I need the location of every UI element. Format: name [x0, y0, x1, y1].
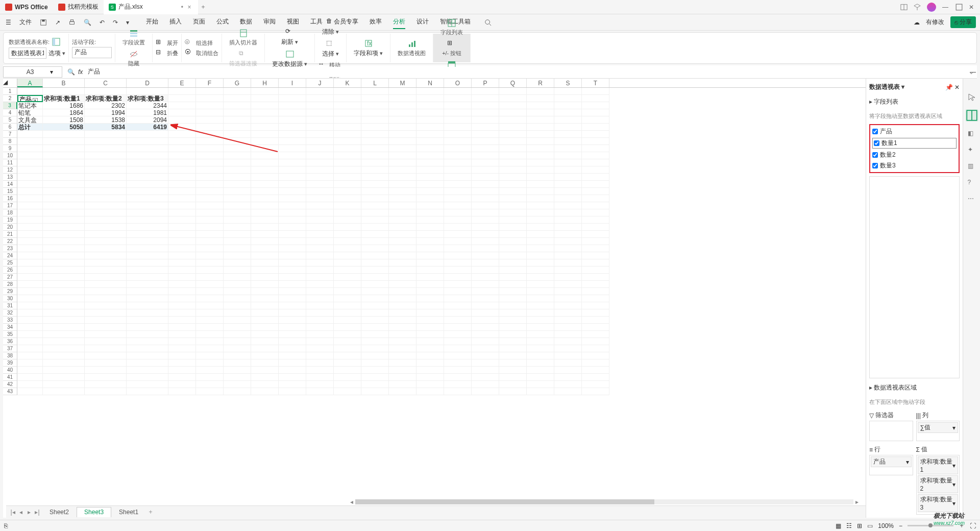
cell-R24[interactable] [527, 252, 554, 259]
cell-N33[interactable] [416, 317, 444, 324]
cell-A40[interactable] [17, 367, 43, 374]
cell-M41[interactable] [389, 374, 416, 381]
row-header-42[interactable]: 42 [3, 381, 17, 388]
cell-B1[interactable] [43, 88, 85, 95]
cell-B12[interactable] [43, 166, 85, 174]
cell-H34[interactable] [251, 324, 279, 331]
cell-S18[interactable] [554, 209, 582, 216]
cell-M31[interactable] [389, 302, 416, 309]
panel-collapse-icon[interactable]: — [970, 68, 976, 76]
cell-G9[interactable] [224, 145, 251, 152]
cell-P6[interactable] [472, 124, 499, 131]
preview-icon[interactable]: 🔍 [82, 19, 93, 26]
cell-I43[interactable] [279, 388, 306, 395]
cell-A38[interactable] [17, 352, 43, 359]
cell-N24[interactable] [416, 252, 444, 259]
cell-F24[interactable] [196, 252, 224, 259]
cell-C27[interactable] [85, 274, 127, 281]
cell-K7[interactable] [334, 131, 361, 138]
cell-F28[interactable] [196, 281, 224, 288]
cell-L34[interactable] [361, 324, 389, 331]
row-header-13[interactable]: 13 [3, 174, 17, 181]
cell-S1[interactable] [554, 88, 582, 95]
cell-E34[interactable] [168, 324, 196, 331]
cell-K14[interactable] [334, 181, 361, 188]
cell-C34[interactable] [85, 324, 127, 331]
select-all-corner[interactable]: ◢ [3, 79, 17, 87]
cell-D41[interactable] [127, 374, 168, 381]
row-header-21[interactable]: 21 [3, 231, 17, 238]
cell-K34[interactable] [334, 324, 361, 331]
cell-P27[interactable] [472, 274, 499, 281]
cell-G17[interactable] [224, 202, 251, 209]
row-header-2[interactable]: 2 [3, 95, 17, 102]
tab-first-icon[interactable]: |◂ [9, 509, 16, 516]
cell-O1[interactable] [444, 88, 472, 95]
cell-T10[interactable] [582, 152, 609, 159]
cell-N18[interactable] [416, 209, 444, 216]
cell-O16[interactable] [444, 195, 472, 202]
cell-H21[interactable] [251, 231, 279, 238]
cell-P30[interactable] [472, 295, 499, 302]
cell-S36[interactable] [554, 338, 582, 345]
cell-N42[interactable] [416, 381, 444, 388]
cell-R31[interactable] [527, 302, 554, 309]
cell-F29[interactable] [196, 288, 224, 295]
cell-P38[interactable] [472, 352, 499, 359]
cell-L14[interactable] [361, 181, 389, 188]
cell-S41[interactable] [554, 374, 582, 381]
cell-S25[interactable] [554, 259, 582, 267]
cell-P2[interactable] [472, 95, 499, 102]
cell-L1[interactable] [361, 88, 389, 95]
cell-N6[interactable] [416, 124, 444, 131]
cell-O28[interactable] [444, 281, 472, 288]
cell-H33[interactable] [251, 317, 279, 324]
cell-R6[interactable] [527, 124, 554, 131]
cell-H22[interactable] [251, 238, 279, 245]
cell-H23[interactable] [251, 245, 279, 252]
cell-F38[interactable] [196, 352, 224, 359]
cell-L22[interactable] [361, 238, 389, 245]
cell-P29[interactable] [472, 288, 499, 295]
cell-L8[interactable] [361, 138, 389, 145]
cell-J8[interactable] [306, 138, 334, 145]
cell-K2[interactable] [334, 95, 361, 102]
cell-M9[interactable] [389, 145, 416, 152]
cell-E14[interactable] [168, 181, 196, 188]
cell-C23[interactable] [85, 245, 127, 252]
cell-F15[interactable] [196, 188, 224, 195]
cell-C32[interactable] [85, 309, 127, 317]
cell-P32[interactable] [472, 309, 499, 317]
cell-A29[interactable] [17, 288, 43, 295]
cell-H15[interactable] [251, 188, 279, 195]
cell-J36[interactable] [306, 338, 334, 345]
cell-S6[interactable] [554, 124, 582, 131]
cell-H7[interactable] [251, 131, 279, 138]
cell-A25[interactable] [17, 259, 43, 267]
cell-N26[interactable] [416, 267, 444, 274]
cell-T37[interactable] [582, 345, 609, 352]
cell-E16[interactable] [168, 195, 196, 202]
group-select-button[interactable]: ⦾组选择 [185, 38, 218, 47]
cell-T9[interactable] [582, 145, 609, 152]
cell-E40[interactable] [168, 367, 196, 374]
cell-I3[interactable] [279, 102, 306, 109]
cell-E5[interactable] [168, 116, 196, 124]
cell-D34[interactable] [127, 324, 168, 331]
cell-N4[interactable] [416, 109, 444, 116]
cell-C22[interactable] [85, 238, 127, 245]
cell-O2[interactable] [444, 95, 472, 102]
cell-R13[interactable] [527, 174, 554, 181]
cell-M35[interactable] [389, 331, 416, 338]
cell-P37[interactable] [472, 345, 499, 352]
field-checkbox[interactable] [874, 140, 879, 146]
cell-E4[interactable] [168, 109, 196, 116]
cell-A6[interactable]: 总计 [17, 124, 43, 131]
field-list-button[interactable]: 字段列表 [436, 17, 467, 37]
cell-C13[interactable] [85, 174, 127, 181]
cell-M43[interactable] [389, 388, 416, 395]
field-产品[interactable]: 产品 [872, 127, 957, 136]
cell-M42[interactable] [389, 381, 416, 388]
cell-P11[interactable] [472, 159, 499, 166]
cell-C7[interactable] [85, 131, 127, 138]
